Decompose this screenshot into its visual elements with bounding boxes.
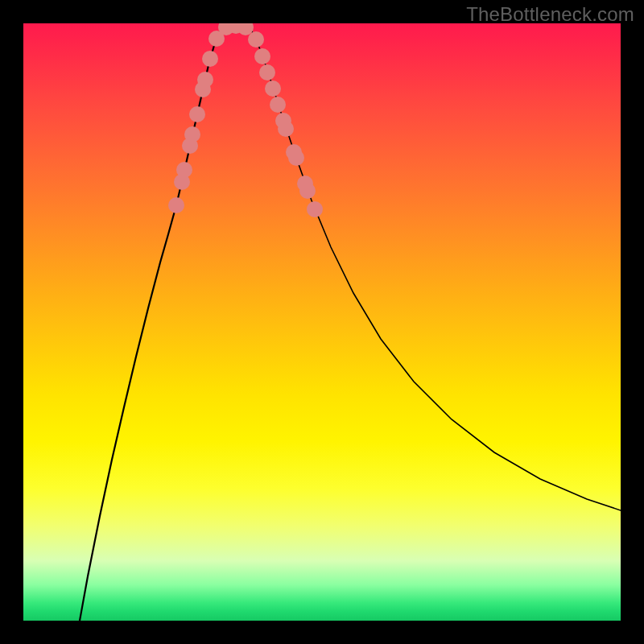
- data-point-marker: [265, 80, 281, 97]
- data-point-marker: [176, 162, 192, 178]
- data-point-marker: [288, 150, 304, 166]
- data-point-marker: [248, 31, 264, 47]
- data-point-marker: [307, 201, 323, 217]
- data-point-marker: [299, 183, 316, 199]
- curve-right-branch: [252, 31, 621, 510]
- data-point-marker: [202, 51, 218, 67]
- chart-frame: TheBottleneck.com: [0, 0, 644, 644]
- data-point-marker: [254, 48, 270, 64]
- data-point-marker: [278, 121, 294, 137]
- data-point-marker: [270, 97, 286, 113]
- watermark-text: TheBottleneck.com: [466, 3, 634, 26]
- data-point-marker: [197, 72, 213, 88]
- marker-group: [168, 23, 323, 217]
- data-point-marker: [168, 197, 184, 213]
- data-point-marker: [184, 126, 200, 142]
- plot-area: [23, 23, 621, 621]
- curve-layer: [23, 23, 621, 621]
- data-point-marker: [259, 64, 275, 80]
- data-point-marker: [189, 106, 205, 122]
